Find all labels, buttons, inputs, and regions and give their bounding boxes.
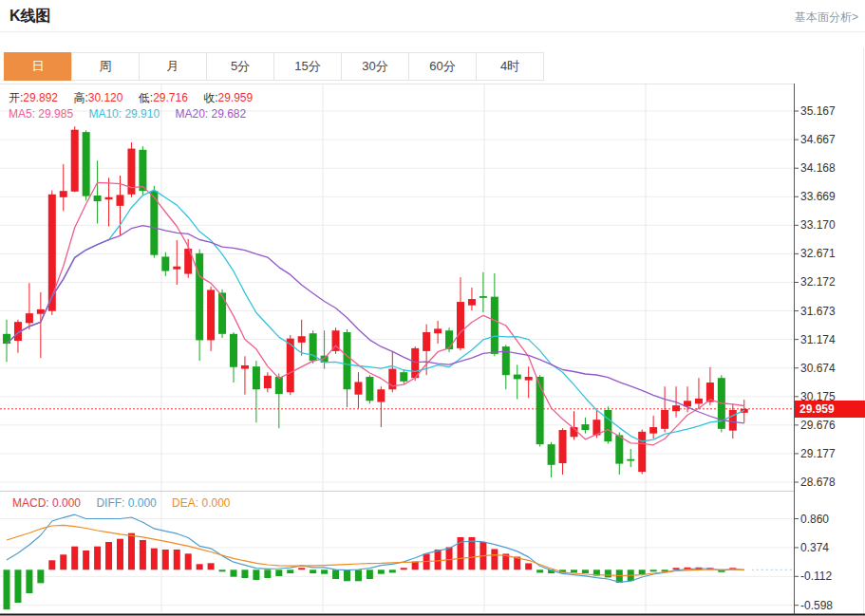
tab-15min[interactable]: 15分: [273, 52, 342, 81]
close-readout: 收:29.959: [203, 91, 253, 104]
svg-text:0.374: 0.374: [800, 541, 829, 554]
high-readout: 高:30.120: [73, 91, 122, 104]
svg-text:28.678: 28.678: [800, 476, 836, 489]
diff-readout: DIFF: 0.000: [96, 496, 156, 510]
svg-text:0.860: 0.860: [800, 513, 829, 526]
svg-text:32.172: 32.172: [800, 275, 836, 289]
tab-week[interactable]: 周: [71, 52, 140, 81]
interval-tab-bar: 日 周 月 5分 15分 30分 60分 4时: [5, 52, 544, 81]
svg-text:35.167: 35.167: [800, 104, 836, 118]
svg-text:34.667: 34.667: [800, 133, 836, 146]
current-price-tag: 29.959: [795, 401, 865, 418]
open-readout: 开:29.892: [9, 91, 58, 104]
macd-readout: MACD: 0.000: [12, 496, 81, 510]
price-axis-labels: 35.16734.66734.16833.66933.17032.67132.1…: [794, 104, 836, 489]
svg-text:29.676: 29.676: [800, 419, 836, 432]
macd-axis-labels: 0.8600.374-0.112-0.598: [794, 513, 833, 612]
ohlc-legend: 开:29.892 高:30.120 低:29.716 收:29.959: [9, 90, 265, 106]
tab-5min[interactable]: 5分: [206, 52, 274, 81]
svg-text:33.669: 33.669: [800, 190, 836, 203]
ma10-line: [7, 190, 744, 441]
main-grid: [0, 84, 794, 612]
svg-text:33.170: 33.170: [800, 218, 836, 232]
tab-day[interactable]: 日: [4, 52, 72, 81]
tab-60min[interactable]: 60分: [408, 52, 477, 81]
svg-text:29.177: 29.177: [800, 447, 836, 460]
ma10-readout: MA10: 29.910: [88, 107, 160, 121]
macd-legend: MACD: 0.000 DIFF: 0.000 DEA: 0.000: [12, 496, 243, 510]
svg-text:31.174: 31.174: [800, 333, 836, 346]
tab-month[interactable]: 月: [139, 52, 207, 81]
svg-text:-0.112: -0.112: [800, 569, 832, 583]
macd-histogram: [4, 533, 737, 610]
ma5-readout: MA5: 29.985: [9, 107, 73, 121]
svg-text:31.673: 31.673: [800, 305, 836, 318]
svg-text:32.671: 32.671: [800, 247, 836, 260]
tab-30min[interactable]: 30分: [341, 52, 409, 81]
dea-readout: DEA: 0.000: [172, 496, 230, 510]
svg-text:-0.598: -0.598: [800, 599, 833, 612]
low-readout: 低:29.716: [139, 91, 188, 104]
ma20-readout: MA20: 29.682: [175, 107, 246, 121]
ma20-line: [7, 226, 744, 423]
ma5-line: [7, 182, 744, 445]
svg-text:30.674: 30.674: [800, 362, 836, 375]
tab-4hour[interactable]: 4时: [476, 52, 544, 81]
svg-text:34.168: 34.168: [800, 161, 836, 175]
ma-legend: MA5: 29.985 MA10: 29.910 MA20: 29.682: [9, 107, 258, 121]
